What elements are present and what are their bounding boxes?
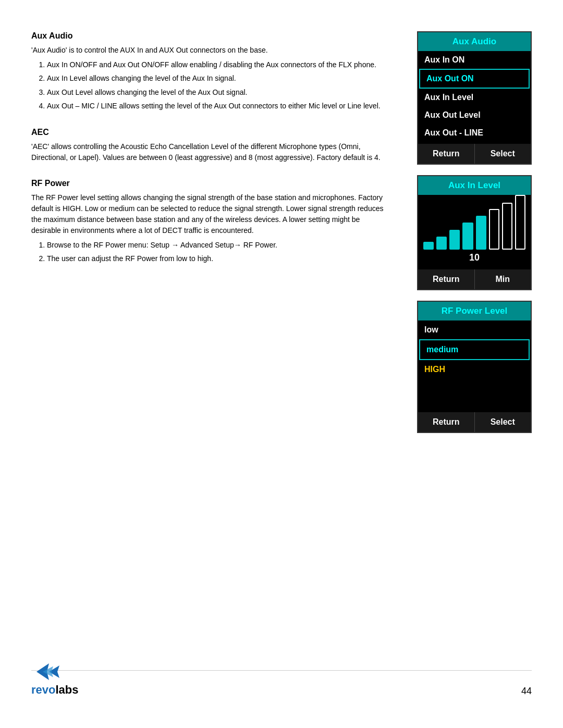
list-item: The user can adjust the RF Power from lo… bbox=[47, 253, 386, 264]
aux-in-level-footer: Return Min bbox=[418, 269, 531, 289]
aux-out-line-item[interactable]: Aux Out - LINE bbox=[418, 124, 531, 142]
aux-audio-select-btn[interactable]: Select bbox=[475, 144, 531, 164]
aec-body: 'AEC' allows controlling the Acoustic Ec… bbox=[31, 141, 386, 163]
signal-bar bbox=[436, 237, 447, 250]
aux-out-level-item[interactable]: Aux Out Level bbox=[418, 106, 531, 124]
signal-bar bbox=[449, 230, 460, 250]
aux-out-on-item[interactable]: Aux Out ON bbox=[419, 69, 530, 89]
aux-in-level-screen: Aux In Level 10 Return Min bbox=[417, 175, 532, 290]
rf-power-list: Browse to the RF Power menu: Setup → Adv… bbox=[31, 239, 386, 265]
list-item: Aux In ON/OFF and Aux Out ON/OFF allow e… bbox=[47, 59, 386, 70]
signal-bar bbox=[423, 242, 434, 250]
rf-medium-item[interactable]: medium bbox=[419, 339, 530, 360]
logo-labs: labs bbox=[55, 683, 78, 696]
aux-audio-title: Aux Audio bbox=[31, 31, 386, 41]
left-column: Aux Audio 'Aux Audio' is to control the … bbox=[31, 31, 396, 697]
aux-in-level-screen-title: Aux In Level bbox=[418, 176, 531, 195]
rf-power-return-btn[interactable]: Return bbox=[418, 412, 475, 432]
signal-bar bbox=[462, 223, 473, 250]
aec-section: AEC 'AEC' allows controlling the Acousti… bbox=[31, 128, 386, 163]
aux-in-on-item[interactable]: Aux In ON bbox=[418, 51, 531, 69]
signal-bar bbox=[515, 195, 525, 250]
page-divider bbox=[31, 670, 532, 671]
list-item: Aux In Level allows changing the level o… bbox=[47, 72, 386, 84]
signal-bar bbox=[476, 216, 486, 250]
logo-text: revolabs bbox=[31, 683, 79, 697]
logo-icon bbox=[31, 661, 63, 682]
rf-power-section: RF Power The RF Power level setting allo… bbox=[31, 179, 386, 265]
page-number: 44 bbox=[521, 686, 532, 697]
aux-audio-screen-title: Aux Audio bbox=[418, 32, 531, 51]
aux-audio-list: Aux In ON/OFF and Aux Out ON/OFF allow e… bbox=[31, 59, 386, 112]
aux-audio-return-btn[interactable]: Return bbox=[418, 144, 475, 164]
aux-in-level-min-btn[interactable]: Min bbox=[475, 269, 531, 289]
signal-bar bbox=[489, 209, 499, 250]
list-item: Aux Out – MIC / LINE allows setting the … bbox=[47, 100, 386, 112]
aux-in-level-return-btn[interactable]: Return bbox=[418, 269, 475, 289]
rf-low-item[interactable]: low bbox=[418, 320, 531, 339]
revolabs-logo: revolabs bbox=[31, 661, 79, 697]
rf-empty-space bbox=[418, 379, 531, 410]
aux-in-level-item[interactable]: Aux In Level bbox=[418, 89, 531, 106]
rf-power-footer: Return Select bbox=[418, 412, 531, 432]
page-container: Aux Audio 'Aux Audio' is to control the … bbox=[0, 0, 563, 728]
rf-power-body: The RF Power level setting allows changi… bbox=[31, 192, 386, 236]
right-column: Aux Audio Aux In ON Aux Out ON Aux In Le… bbox=[417, 31, 537, 697]
aec-title: AEC bbox=[31, 128, 386, 137]
rf-power-screen-title: RF Power Level bbox=[418, 302, 531, 320]
aux-audio-section: Aux Audio 'Aux Audio' is to control the … bbox=[31, 31, 386, 112]
aux-audio-intro: 'Aux Audio' is to control the AUX In and… bbox=[31, 45, 386, 56]
list-item: Browse to the RF Power menu: Setup → Adv… bbox=[47, 239, 386, 251]
signal-bars bbox=[418, 195, 531, 252]
rf-power-screen: RF Power Level low medium HIGH Return Se… bbox=[417, 301, 532, 433]
rf-power-select-btn[interactable]: Select bbox=[475, 412, 531, 432]
list-item: Aux Out Level allows changing the level … bbox=[47, 87, 386, 98]
rf-high-item[interactable]: HIGH bbox=[418, 360, 531, 379]
bar-value: 10 bbox=[418, 252, 531, 267]
aux-audio-screen: Aux Audio Aux In ON Aux Out ON Aux In Le… bbox=[417, 31, 532, 165]
rf-power-title: RF Power bbox=[31, 179, 386, 188]
signal-bar bbox=[502, 203, 512, 250]
logo-revo: revo bbox=[31, 683, 55, 696]
aux-audio-footer: Return Select bbox=[418, 144, 531, 164]
